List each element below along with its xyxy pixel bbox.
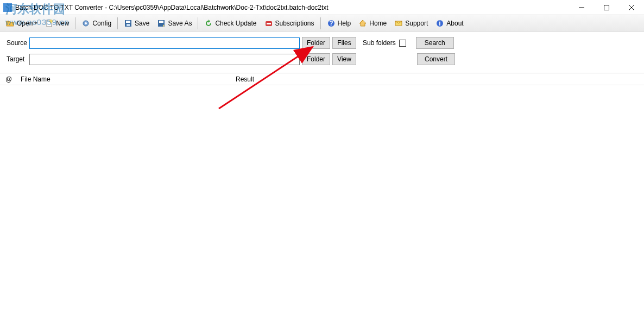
refresh-icon: [204, 19, 213, 28]
toolbar: Open New Config Save Save As Check Updat…: [0, 15, 644, 31]
target-view-button[interactable]: View: [332, 53, 356, 65]
col-filename[interactable]: File Name: [21, 75, 236, 83]
new-label: New: [56, 20, 69, 27]
target-label: Target: [7, 55, 29, 63]
form-panel: Source Folder Files Sub folders Search T…: [0, 31, 644, 73]
svg-rect-9: [126, 21, 130, 23]
config-button[interactable]: Config: [78, 17, 115, 30]
check-update-button[interactable]: Check Update: [201, 17, 260, 30]
home-icon: [358, 19, 367, 28]
toolbar-separator: [320, 17, 321, 29]
maximize-button[interactable]: [594, 0, 619, 15]
convert-button[interactable]: Convert: [417, 53, 455, 65]
about-label: About: [446, 20, 463, 27]
new-file-icon: [45, 19, 54, 28]
source-label: Source: [7, 39, 29, 47]
home-label: Home: [369, 20, 387, 27]
help-label: Help: [338, 20, 351, 27]
subscriptions-button[interactable]: Subscriptions: [261, 17, 318, 30]
table-body: [0, 85, 644, 322]
subs-label: Subscriptions: [275, 20, 314, 27]
save-button[interactable]: Save: [121, 17, 153, 30]
open-button[interactable]: Open: [3, 17, 41, 30]
support-button[interactable]: Support: [391, 17, 431, 30]
svg-rect-14: [267, 23, 271, 24]
toolbar-separator: [117, 17, 118, 29]
mail-icon: [394, 19, 403, 28]
toolbar-separator: [198, 17, 198, 29]
svg-text:?: ?: [329, 20, 333, 27]
svg-point-5: [49, 20, 53, 23]
window-title: Batch DOC TO TXT Converter - C:\Users\pc…: [15, 4, 569, 11]
chevron-down-icon: [34, 22, 37, 24]
svg-text:i: i: [439, 20, 441, 27]
col-result[interactable]: Result: [236, 75, 644, 83]
support-label: Support: [405, 20, 428, 27]
about-button[interactable]: i About: [432, 17, 466, 30]
open-label: Open: [17, 20, 33, 27]
target-folder-button[interactable]: Folder: [302, 53, 330, 65]
save-label: Save: [135, 20, 149, 27]
saveas-button[interactable]: Save As: [154, 17, 195, 30]
home-button[interactable]: Home: [355, 17, 390, 30]
target-input[interactable]: [29, 54, 300, 65]
source-input[interactable]: [29, 37, 300, 49]
minimize-button[interactable]: [569, 0, 594, 15]
help-icon: ?: [327, 19, 336, 28]
toolbar-separator: [75, 17, 75, 29]
titlebar: Batch DOC TO TXT Converter - C:\Users\pc…: [0, 0, 644, 15]
source-files-button[interactable]: Files: [332, 37, 356, 49]
app-icon: [3, 3, 12, 12]
gear-icon: [81, 19, 90, 28]
cart-icon: [264, 19, 273, 28]
source-folder-button[interactable]: Folder: [302, 37, 330, 49]
info-icon: i: [435, 19, 444, 28]
search-button[interactable]: Search: [416, 37, 454, 49]
new-button[interactable]: New: [42, 17, 72, 30]
config-label: Config: [92, 20, 111, 27]
svg-rect-10: [127, 24, 130, 26]
check-label: Check Update: [215, 20, 256, 27]
svg-rect-12: [159, 21, 163, 23]
help-button[interactable]: ? Help: [324, 17, 355, 30]
subfolders-label: Sub folders: [363, 39, 406, 47]
save-icon: [124, 19, 132, 28]
saveas-label: Save As: [168, 20, 192, 27]
subfolders-checkbox[interactable]: [399, 40, 406, 47]
close-button[interactable]: [619, 0, 644, 15]
folder-open-icon: [6, 19, 15, 28]
svg-rect-1: [604, 5, 609, 10]
col-at[interactable]: @: [5, 75, 21, 83]
table-header: @ File Name Result: [0, 73, 644, 85]
saveas-icon: [157, 19, 166, 28]
svg-point-7: [85, 22, 87, 24]
